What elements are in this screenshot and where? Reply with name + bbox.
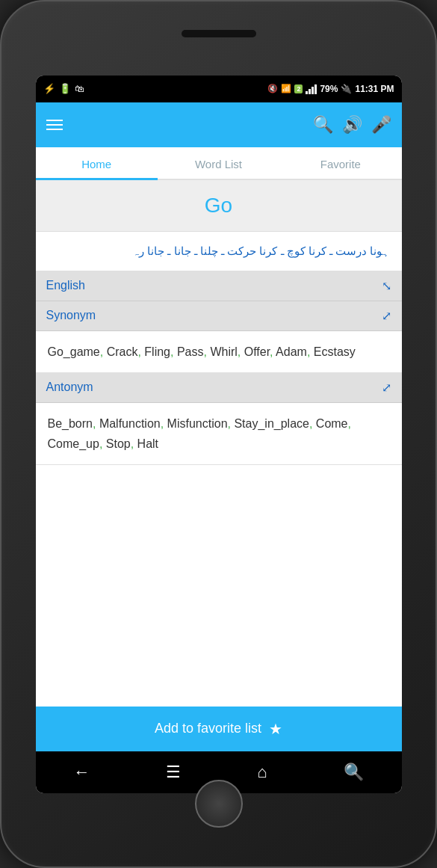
content-area: Go ہونا درست ـ کرنا کوچ ـ کرنا حرکت ـ چل… <box>36 180 402 707</box>
comma-a4: , <box>309 417 316 430</box>
antonym-words-text: Be_born, Malfunction, Misfunction, Stay_… <box>48 413 390 454</box>
battery-charging-icon: 🔌 <box>341 84 352 94</box>
comma-a2: , <box>161 417 167 430</box>
volume-button[interactable]: 🔊 <box>342 115 362 135</box>
bag-icon: 🛍 <box>75 83 84 94</box>
synonym-words-section: Go_game, Crack, Fling, Pass, Whirl, Offe… <box>36 331 402 373</box>
comma-1: , <box>100 345 107 358</box>
antonym-word-2: Malfunction <box>99 417 161 430</box>
status-bar: ⚡ 🔋 🛍 🔇 📶 2 79% 🔌 11:31 PM <box>36 76 402 102</box>
synonym-word-5: Whirl <box>210 345 237 358</box>
word-title-section: Go <box>36 180 402 232</box>
antonym-word-7: Stop <box>106 437 131 450</box>
comma-5: , <box>238 345 244 358</box>
antonym-word-8: Halt <box>137 437 158 450</box>
phone-frame: ⚡ 🔋 🛍 🔇 📶 2 79% 🔌 11:31 PM <box>0 0 437 868</box>
data-badge: 2 <box>294 84 303 93</box>
synonym-word-3: Fling <box>144 345 170 358</box>
tab-bar: Home Word List Favorite <box>36 147 402 180</box>
comma-a1: , <box>93 417 99 430</box>
search-nav-button[interactable]: 🔍 <box>344 763 364 782</box>
synonym-word-7: Adam <box>276 345 307 358</box>
english-collapse-icon[interactable]: ⤡ <box>382 279 391 293</box>
comma-a5: , <box>348 417 351 430</box>
synonym-word-8: Ecstasy <box>314 345 356 358</box>
antonym-collapse-icon[interactable]: ⤢ <box>382 381 391 395</box>
bottom-navigation: ← ☰ ⌂ 🔍 <box>36 751 402 793</box>
urdu-translation-text: ہونا درست ـ کرنا کوچ ـ کرنا حرکت ـ چلنا … <box>132 244 389 257</box>
status-left-icons: ⚡ 🔋 🛍 <box>43 83 84 94</box>
phone-screen: ⚡ 🔋 🛍 🔇 📶 2 79% 🔌 11:31 PM <box>36 76 402 793</box>
antonym-word-5: Come <box>316 417 348 430</box>
battery-icon: 🔋 <box>59 83 71 94</box>
comma-6: , <box>270 345 276 358</box>
synonym-section-label: Synonym <box>46 309 96 322</box>
antonym-word-1: Be_born <box>48 417 93 430</box>
favorite-star-icon: ★ <box>269 720 282 738</box>
menu-button[interactable] <box>46 120 63 130</box>
menu-nav-button[interactable]: ☰ <box>166 763 181 782</box>
mic-button[interactable]: 🎤 <box>371 115 391 135</box>
wifi-icon: 📶 <box>281 84 291 93</box>
comma-a7: , <box>131 437 137 450</box>
comma-3: , <box>170 345 177 358</box>
antonym-section-header[interactable]: Antonym ⤢ <box>36 373 402 403</box>
tab-word-list[interactable]: Word List <box>158 147 279 180</box>
synonym-section-header[interactable]: Synonym ⤢ <box>36 301 402 331</box>
tab-favorite[interactable]: Favorite <box>279 147 401 180</box>
antonym-word-4: Stay_in_place <box>234 417 309 430</box>
mute-icon: 🔇 <box>267 84 278 93</box>
antonym-word-6: Come_up <box>48 437 99 450</box>
search-button[interactable]: 🔍 <box>313 115 333 135</box>
comma-2: , <box>137 345 144 358</box>
status-right-info: 🔇 📶 2 79% 🔌 11:31 PM <box>267 84 394 94</box>
add-to-favorite-button[interactable]: Add to favorite list ★ <box>36 707 402 751</box>
synonym-word-4: Pass <box>177 345 204 358</box>
tab-home[interactable]: Home <box>36 147 158 180</box>
favorite-button-label: Add to favorite list <box>155 721 261 736</box>
comma-a6: , <box>99 437 106 450</box>
synonym-word-2: Crack <box>107 345 138 358</box>
synonym-collapse-icon[interactable]: ⤢ <box>382 309 391 323</box>
urdu-translation-section: ہونا درست ـ کرنا کوچ ـ کرنا حرکت ـ چلنا … <box>36 232 402 271</box>
word-title: Go <box>205 194 232 217</box>
signal-icon <box>306 84 317 94</box>
antonym-section-label: Antonym <box>46 381 93 394</box>
comma-7: , <box>307 345 314 358</box>
back-button[interactable]: ← <box>73 763 90 782</box>
battery-percent: 79% <box>320 84 338 94</box>
app-bar: 🔍 🔊 🎤 <box>36 102 402 147</box>
antonym-words-section: Be_born, Malfunction, Misfunction, Stay_… <box>36 403 402 465</box>
synonym-word-6: Offer <box>244 345 270 358</box>
english-section-header[interactable]: English ⤡ <box>36 271 402 301</box>
synonym-word-1: Go_game <box>48 345 100 358</box>
home-nav-button[interactable]: ⌂ <box>257 763 267 782</box>
antonym-word-3: Misfunction <box>167 417 228 430</box>
usb-icon: ⚡ <box>43 83 55 94</box>
synonym-words-text: Go_game, Crack, Fling, Pass, Whirl, Offe… <box>48 342 390 362</box>
english-section-label: English <box>46 279 85 292</box>
time-display: 11:31 PM <box>355 84 394 94</box>
